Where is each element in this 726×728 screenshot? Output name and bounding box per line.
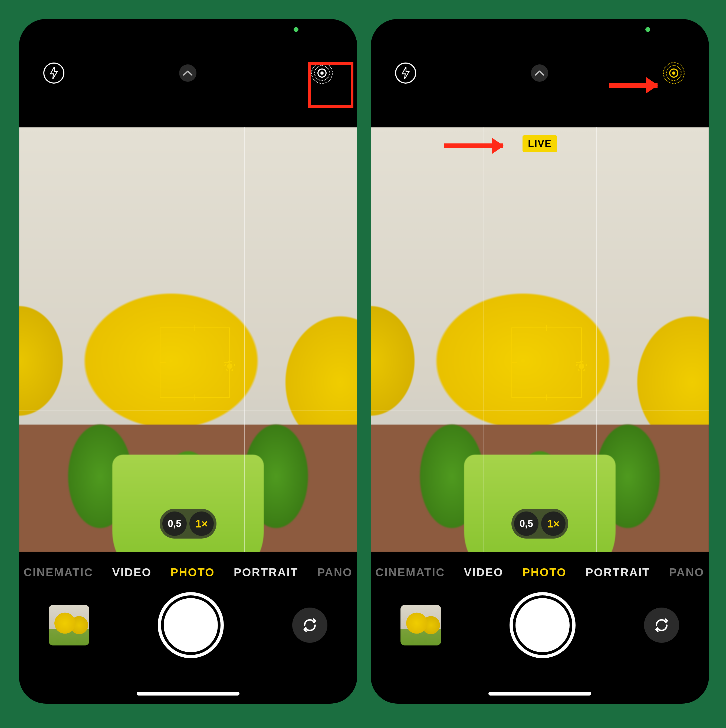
shutter-button[interactable] xyxy=(515,598,570,652)
flash-icon xyxy=(401,67,410,79)
camera-options-toggle[interactable] xyxy=(531,64,548,82)
camera-bottom-bar xyxy=(371,590,709,660)
zoom-selector[interactable]: 0,5 1× xyxy=(511,509,568,538)
zoom-main[interactable]: 1× xyxy=(190,511,214,536)
annotation-arrow-to-badge xyxy=(444,144,503,148)
focus-box[interactable] xyxy=(160,327,230,398)
exposure-sun-icon[interactable] xyxy=(576,361,587,372)
zoom-wide[interactable]: 0,5 xyxy=(514,511,538,536)
flip-camera-icon xyxy=(301,616,319,634)
flip-camera-button[interactable] xyxy=(644,607,679,643)
mode-photo[interactable]: PHOTO xyxy=(170,566,215,579)
chevron-up-icon xyxy=(183,70,193,76)
camera-mode-bar[interactable]: CINEMATIC VIDEO PHOTO PORTRAIT PANO xyxy=(371,558,709,587)
mode-cinematic[interactable]: CINEMATIC xyxy=(375,566,445,579)
flip-camera-button[interactable] xyxy=(292,607,327,643)
annotation-arrow-to-toggle xyxy=(609,83,657,88)
home-indicator[interactable] xyxy=(137,692,240,696)
screenshot-live-on: LIVE 0,5 1× CINEMATIC VIDEO PHOTO PORTRA… xyxy=(371,19,709,704)
mode-pano[interactable]: PANO xyxy=(669,566,704,579)
last-photo-thumbnail[interactable] xyxy=(49,605,89,645)
last-photo-thumbnail[interactable] xyxy=(400,605,441,645)
shutter-button[interactable] xyxy=(164,598,218,652)
flip-camera-icon xyxy=(653,616,671,634)
camera-viewfinder[interactable]: LIVE 0,5 1× xyxy=(371,127,709,552)
mode-portrait[interactable]: PORTRAIT xyxy=(234,566,298,579)
mode-photo[interactable]: PHOTO xyxy=(522,566,567,579)
mode-cinematic[interactable]: CINEMATIC xyxy=(23,566,93,579)
home-indicator[interactable] xyxy=(488,692,591,696)
chevron-up-icon xyxy=(535,70,544,76)
annotation-highlight-box xyxy=(308,62,353,108)
flash-toggle[interactable] xyxy=(395,63,416,84)
exposure-sun-icon[interactable] xyxy=(224,361,235,372)
camera-viewfinder[interactable]: 0,5 1× xyxy=(19,127,357,552)
flash-icon xyxy=(49,67,58,79)
mode-video[interactable]: VIDEO xyxy=(464,566,504,579)
live-photo-toggle[interactable] xyxy=(663,62,685,84)
focus-box[interactable] xyxy=(511,327,582,398)
camera-top-bar xyxy=(371,19,709,127)
camera-bottom-bar xyxy=(19,590,357,660)
camera-options-toggle[interactable] xyxy=(179,64,196,82)
screenshot-live-off: 0,5 1× CINEMATIC VIDEO PHOTO PORTRAIT PA… xyxy=(19,19,357,704)
zoom-main[interactable]: 1× xyxy=(541,511,566,536)
mode-portrait[interactable]: PORTRAIT xyxy=(585,566,650,579)
zoom-wide[interactable]: 0,5 xyxy=(162,511,187,536)
zoom-selector[interactable]: 0,5 1× xyxy=(160,509,217,538)
camera-top-bar xyxy=(19,19,357,127)
camera-mode-bar[interactable]: CINEMATIC VIDEO PHOTO PORTRAIT PANO xyxy=(19,558,357,587)
mode-video[interactable]: VIDEO xyxy=(112,566,152,579)
live-badge: LIVE xyxy=(523,135,557,152)
mode-pano[interactable]: PANO xyxy=(317,566,352,579)
flash-toggle[interactable] xyxy=(43,63,64,84)
